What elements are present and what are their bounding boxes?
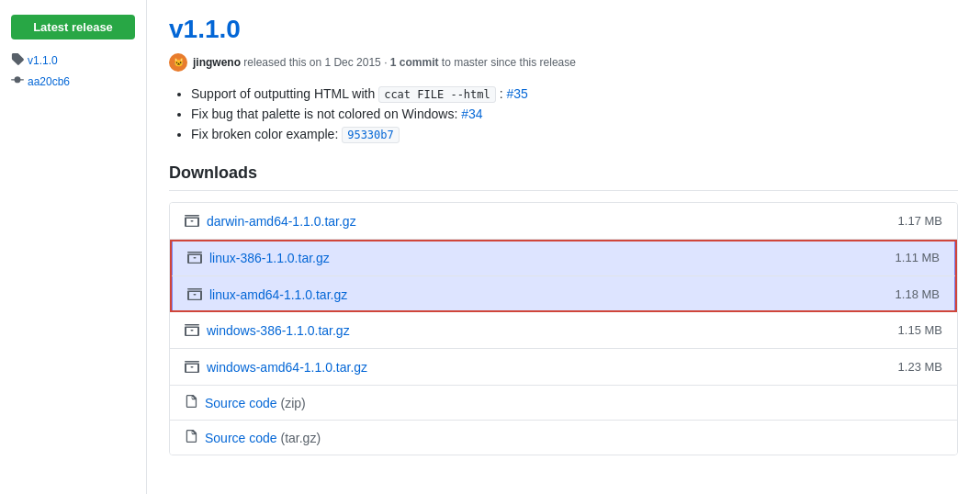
author-link[interactable]: jingweno: [193, 56, 241, 69]
source-tar-link[interactable]: Source code: [205, 431, 277, 445]
download-item-linux-amd64: linux-amd64-1.1.0.tar.gz 1.18 MB: [170, 276, 957, 312]
source-tar-suffix: (tar.gz): [281, 431, 321, 445]
source-zip-link[interactable]: Source code: [205, 396, 277, 410]
highlighted-group: linux-386-1.1.0.tar.gz 1.11 MB: [170, 240, 957, 312]
archive-icon-win386: [185, 321, 199, 339]
release-author: jingweno released this on 1 Dec 2015 · 1…: [193, 56, 576, 69]
linux386-size: 1.11 MB: [896, 251, 940, 264]
darwin-link[interactable]: darwin-amd64-1.1.0.tar.gz: [207, 214, 356, 229]
download-item-linux386: linux-386-1.1.0.tar.gz 1.11 MB: [170, 240, 957, 276]
win-amd64-link[interactable]: windows-amd64-1.1.0.tar.gz: [207, 360, 367, 375]
note-text-2: Fix bug that palette is not colored on W…: [191, 107, 461, 121]
commit-count: 1 commit: [390, 56, 439, 69]
commit-icon: [11, 73, 24, 89]
notes-list: Support of outputting HTML with ccat FIL…: [169, 86, 958, 141]
linux386-link[interactable]: linux-386-1.1.0.tar.gz: [209, 251, 330, 265]
avatar: 🐱: [169, 53, 187, 72]
linux-amd64-size: 1.18 MB: [896, 287, 940, 301]
note-item-2: Fix bug that palette is not colored on W…: [191, 107, 958, 121]
main-content: v1.1.0 🐱 jingweno released this on 1 Dec…: [147, 0, 980, 494]
commit-label: to master since this release: [442, 56, 576, 69]
note-item-1: Support of outputting HTML with ccat FIL…: [191, 86, 958, 101]
download-item-darwin: darwin-amd64-1.1.0.tar.gz 1.17 MB: [170, 203, 957, 240]
note-link-2[interactable]: #34: [461, 107, 482, 121]
linux-amd64-link[interactable]: linux-amd64-1.1.0.tar.gz: [209, 287, 347, 302]
note-text-3: Fix broken color example:: [191, 127, 342, 141]
source-zip-label: Source code (zip): [205, 396, 306, 410]
note-link-1[interactable]: #35: [506, 86, 527, 101]
sidebar-tag: v1.1.0: [11, 52, 135, 68]
download-item-win-amd64: windows-amd64-1.1.0.tar.gz 1.23 MB: [170, 349, 957, 386]
win-amd64-size: 1.23 MB: [898, 360, 942, 374]
download-item-win386: windows-386-1.1.0.tar.gz 1.15 MB: [170, 312, 957, 349]
source-icon-zip: [185, 395, 197, 410]
download-list: darwin-amd64-1.1.0.tar.gz 1.17 MB: [169, 202, 958, 455]
note-text-1: Support of outputting HTML with: [191, 86, 378, 101]
note-code-1: ccat FILE --html: [378, 86, 496, 103]
latest-release-button[interactable]: Latest release: [11, 15, 135, 39]
source-icon-tar: [185, 430, 197, 445]
commit-link[interactable]: aa20cb6: [28, 75, 70, 88]
tag-link[interactable]: v1.1.0: [28, 54, 58, 67]
darwin-size: 1.17 MB: [898, 214, 942, 228]
downloads-heading: Downloads: [169, 163, 958, 191]
download-item-source-zip: Source code (zip): [170, 386, 957, 421]
downloads-section: Downloads darwin-amd64-1.1.0.tar.gz: [169, 163, 958, 455]
sidebar: Latest release v1.1.0 aa20cb6: [0, 0, 147, 494]
source-tar-label: Source code (tar.gz): [205, 431, 321, 445]
win386-size: 1.15 MB: [898, 323, 942, 337]
release-date: 1 Dec 2015: [324, 56, 380, 69]
note-item-3: Fix broken color example: 95330b7: [191, 127, 958, 141]
win386-link[interactable]: windows-386-1.1.0.tar.gz: [207, 323, 350, 338]
tag-icon: [11, 52, 24, 68]
release-action: released this on: [243, 56, 324, 69]
download-list-wrapper: darwin-amd64-1.1.0.tar.gz 1.17 MB: [169, 202, 958, 455]
source-zip-suffix: (zip): [281, 396, 306, 410]
release-separator: ·: [384, 56, 390, 69]
release-meta: 🐱 jingweno released this on 1 Dec 2015 ·…: [169, 53, 958, 72]
archive-icon-win-amd64: [185, 358, 199, 376]
release-notes: Support of outputting HTML with ccat FIL…: [169, 86, 958, 141]
archive-icon-linux386: [187, 249, 202, 266]
note-link-3[interactable]: 95330b7: [342, 127, 400, 143]
archive-icon-linux-amd64: [187, 286, 202, 303]
page-layout: Latest release v1.1.0 aa20cb6 v1.1.0 🐱: [0, 0, 980, 494]
download-item-source-tar: Source code (tar.gz): [170, 421, 957, 455]
release-title: v1.1.0: [169, 15, 958, 44]
archive-icon: [185, 212, 199, 230]
sidebar-commit: aa20cb6: [11, 73, 135, 89]
